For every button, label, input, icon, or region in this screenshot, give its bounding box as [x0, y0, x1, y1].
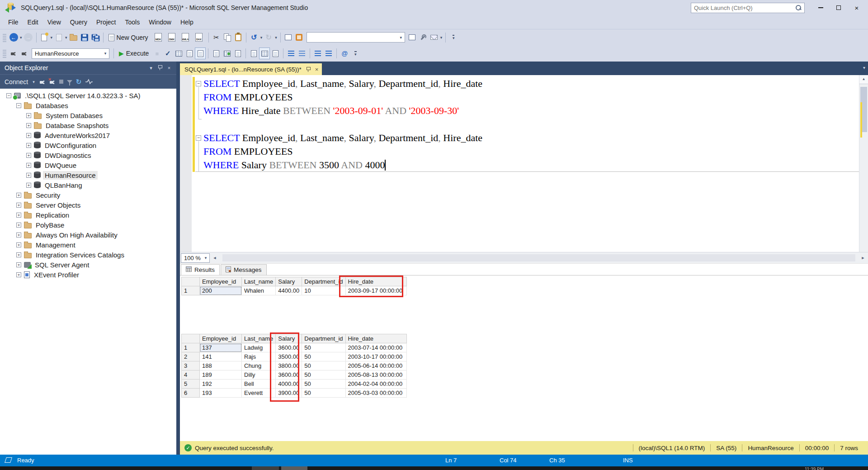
- refresh-icon[interactable]: ↻: [76, 78, 82, 86]
- grid-cell[interactable]: 50: [302, 370, 345, 380]
- panel-close-button[interactable]: ×: [165, 65, 174, 71]
- query-options-button[interactable]: [173, 47, 184, 59]
- fold-collapse-icon[interactable]: −: [196, 135, 201, 141]
- results-pane-toggle[interactable]: [195, 47, 206, 59]
- connect-button[interactable]: Connect: [5, 78, 28, 85]
- tree-item-sql-server-agent[interactable]: +SQL Server Agent: [0, 260, 176, 270]
- tree-item-databases[interactable]: −Databases: [0, 100, 176, 110]
- toolbar1-overflow-button[interactable]: ▾: [448, 32, 459, 43]
- mail-button[interactable]: [429, 32, 439, 43]
- quick-launch-input[interactable]: [691, 5, 795, 11]
- grid-cell[interactable]: 188: [200, 361, 242, 370]
- minimize-button[interactable]: [815, 3, 826, 13]
- panel-dropdown-icon[interactable]: ▾: [146, 65, 156, 71]
- tools-button[interactable]: [418, 32, 429, 43]
- column-header-employee_id[interactable]: Employee_id: [200, 334, 242, 343]
- grid-cell[interactable]: 3800.00: [276, 361, 302, 370]
- export-results-button[interactable]: [232, 47, 243, 59]
- expand-icon[interactable]: +: [26, 133, 31, 138]
- column-header-last_name[interactable]: Last_name: [242, 334, 276, 343]
- row-number-cell[interactable]: 6: [182, 389, 200, 398]
- grid-cell[interactable]: 4400.00: [276, 286, 302, 295]
- pin-button[interactable]: [156, 64, 165, 71]
- analyze-query-button[interactable]: [222, 47, 232, 59]
- menu-help[interactable]: Help: [176, 17, 198, 28]
- grid-cell[interactable]: 3900.00: [276, 389, 302, 398]
- code-line-2[interactable]: FROM EMPLOYEES: [180, 90, 859, 104]
- tree-item-integration-services-catalogs[interactable]: +Integration Services Catalogs: [0, 250, 176, 260]
- expand-icon[interactable]: +: [16, 242, 21, 247]
- grid-cell[interactable]: 189: [200, 370, 242, 380]
- toolbar-grip[interactable]: [3, 49, 6, 58]
- panel-splitter[interactable]: [176, 62, 180, 455]
- expand-icon[interactable]: +: [26, 163, 31, 168]
- window-layout-button[interactable]: [407, 32, 418, 43]
- grid-cell[interactable]: Dilly: [242, 370, 276, 380]
- navigate-back-button[interactable]: ←: [8, 32, 19, 43]
- expand-icon[interactable]: +: [26, 173, 31, 178]
- activity-monitor-icon[interactable]: [85, 79, 93, 85]
- tab-close-icon[interactable]: ×: [315, 66, 319, 73]
- tree-item-adventureworks2017[interactable]: +AdventureWorks2017: [0, 130, 176, 140]
- tree-item-polybase[interactable]: +PolyBase: [0, 220, 176, 230]
- grid-cell[interactable]: Bell: [242, 380, 276, 389]
- expand-icon[interactable]: +: [16, 233, 21, 237]
- expand-icon[interactable]: +: [26, 123, 31, 128]
- menu-file[interactable]: File: [4, 17, 23, 28]
- tree-item-qlbanhang[interactable]: +QLBanHang: [0, 180, 176, 190]
- undo-button[interactable]: ↺: [249, 32, 259, 43]
- expand-icon[interactable]: +: [26, 183, 31, 188]
- grid-cell[interactable]: 3500.00: [276, 352, 302, 361]
- open-file-button[interactable]: [68, 32, 79, 43]
- scroll-left-icon[interactable]: ◄: [210, 256, 220, 260]
- menu-view[interactable]: View: [43, 17, 66, 28]
- grid-cell[interactable]: Rajs: [242, 352, 276, 361]
- intellisense-button[interactable]: [184, 47, 195, 59]
- collapse-icon[interactable]: −: [6, 93, 11, 98]
- tree-item-server-objects[interactable]: +Server Objects: [0, 200, 176, 210]
- expand-icon[interactable]: +: [16, 223, 21, 228]
- row-number-cell[interactable]: 1: [182, 343, 200, 352]
- grid-cell[interactable]: 137: [200, 343, 242, 352]
- copy-button[interactable]: [222, 32, 233, 43]
- expand-icon[interactable]: +: [26, 143, 31, 148]
- tree-item-dwconfiguration[interactable]: +DWConfiguration: [0, 140, 176, 150]
- expand-icon[interactable]: +: [16, 272, 21, 277]
- tree-item-dwqueue[interactable]: +DWQueue: [0, 160, 176, 170]
- grid-cell[interactable]: 2003-10-17 00:00:00: [345, 352, 406, 361]
- results-to-grid-button[interactable]: [259, 47, 270, 59]
- split-handle-icon[interactable]: ▲: [859, 75, 868, 84]
- connect-query-button[interactable]: [8, 47, 19, 59]
- expand-icon[interactable]: +: [26, 153, 31, 158]
- tree-item-security[interactable]: +Security: [0, 190, 176, 200]
- code-line-3[interactable]: WHERE Hire_date BETWEEN '2003-09-01' AND…: [180, 104, 859, 118]
- scroll-right-icon[interactable]: ►: [858, 256, 868, 260]
- tree-item-dwdiagnostics[interactable]: +DWDiagnostics: [0, 150, 176, 160]
- tree-item-replication[interactable]: +Replication: [0, 210, 176, 220]
- grid-cell[interactable]: Whalen: [242, 286, 276, 295]
- add-item-button[interactable]: [53, 32, 64, 43]
- grid-cell[interactable]: 50: [302, 361, 345, 370]
- tab-list-dropdown-icon[interactable]: ▾: [863, 65, 865, 70]
- column-header-department_id[interactable]: Department_id: [302, 334, 345, 343]
- grid-corner-cell[interactable]: [182, 277, 200, 286]
- tree-item-always-on-high-availability[interactable]: +Always On High Availability: [0, 230, 176, 240]
- row-number-cell[interactable]: 1: [182, 286, 200, 295]
- cancel-query-button[interactable]: ■: [151, 47, 162, 59]
- sql-editor[interactable]: −SELECT Employee_id, Last_name, Salary, …: [180, 75, 868, 252]
- code-line-4[interactable]: [180, 118, 859, 131]
- tree-item-management[interactable]: +Management: [0, 240, 176, 250]
- grid-cell[interactable]: 50: [302, 380, 345, 389]
- grid-cell[interactable]: 3600.00: [276, 370, 302, 380]
- expand-icon[interactable]: +: [16, 252, 21, 257]
- execute-button[interactable]: ▶ Execute: [116, 47, 151, 59]
- column-header-employee_id[interactable]: Employee_id: [200, 277, 242, 286]
- tree-item-system-databases[interactable]: +System Databases: [0, 110, 176, 120]
- results-to-file-button[interactable]: [270, 47, 281, 59]
- menu-edit[interactable]: Edit: [23, 17, 43, 28]
- new-file-button[interactable]: [39, 32, 50, 43]
- connect-dropdown-icon[interactable]: ▾: [32, 80, 36, 84]
- new-xmla-query-button[interactable]: XMLA: [180, 32, 191, 43]
- grid-cell[interactable]: 2003-07-14 00:00:00: [345, 343, 406, 352]
- menu-tools[interactable]: Tools: [120, 17, 144, 28]
